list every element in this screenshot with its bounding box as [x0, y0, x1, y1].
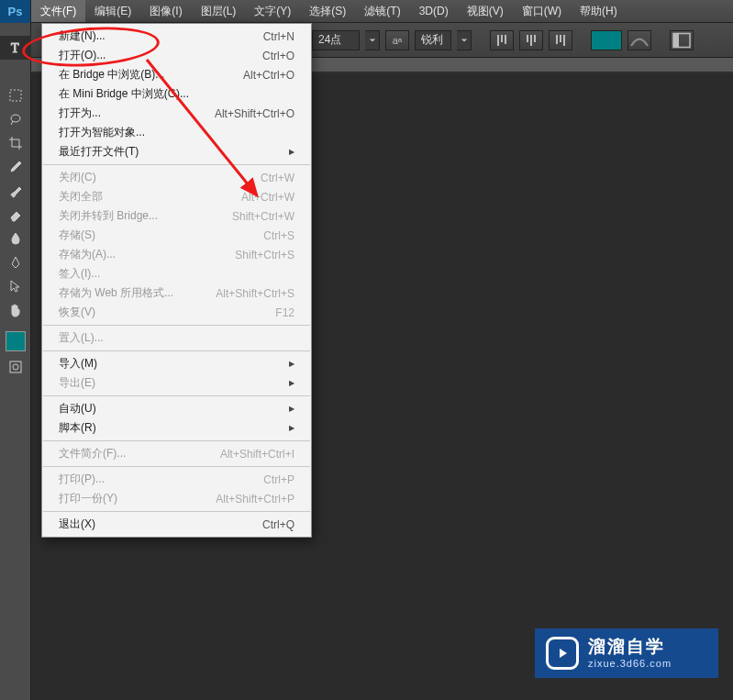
svg-text:T: T [11, 41, 19, 55]
menu-layer[interactable]: 图层(L) [192, 0, 246, 22]
font-size-dropdown[interactable] [365, 30, 380, 50]
align-center-button[interactable] [519, 30, 543, 50]
menu-item-label: 文件简介(F)... [59, 446, 220, 461]
svg-rect-1 [673, 33, 679, 47]
antialias-dropdown[interactable] [457, 30, 472, 50]
menu-item-label: 存储(S) [59, 228, 263, 243]
text-color-swatch[interactable] [591, 30, 622, 50]
path-select-tool[interactable] [0, 274, 31, 298]
menu-item-shortcut: Alt+Shift+Ctrl+O [215, 107, 294, 120]
menu-item-label: 打开为智能对象... [59, 125, 294, 140]
menu-item-label: 置入(L)... [59, 330, 294, 346]
menu-item[interactable]: 自动(U) [42, 399, 311, 418]
menu-select[interactable]: 选择(S) [300, 0, 355, 22]
antialias-field[interactable]: 锐利 [415, 30, 451, 50]
menu-item: 文件简介(F)...Alt+Shift+Ctrl+I [42, 444, 311, 463]
fg-color-swatch[interactable] [0, 328, 31, 355]
pen-tool[interactable] [0, 250, 31, 274]
menu-item-label: 打印一份(Y) [59, 491, 216, 506]
menu-item-label: 关闭(C) [59, 170, 261, 185]
menu-image[interactable]: 图像(I) [140, 0, 191, 22]
menu-item-shortcut: Alt+Shift+Ctrl+I [220, 448, 294, 461]
menu-separator [43, 350, 310, 351]
menu-file[interactable]: 文件(F) [31, 0, 85, 22]
menu-item: 关闭全部Alt+Ctrl+W [42, 187, 311, 206]
menu-window[interactable]: 窗口(W) [513, 0, 571, 22]
menu-item-shortcut: Alt+Shift+Ctrl+S [216, 287, 294, 300]
type-tool[interactable]: T [0, 36, 31, 60]
menu-item[interactable]: 打开为智能对象... [42, 123, 311, 142]
menu-item[interactable]: 打开(O)...Ctrl+O [42, 46, 311, 65]
svg-point-4 [11, 115, 20, 122]
warp-text-button[interactable] [627, 30, 651, 50]
menu-item: 置入(L)... [42, 328, 311, 348]
file-menu-dropdown: 新建(N)...Ctrl+N打开(O)...Ctrl+O在 Bridge 中浏览… [41, 23, 312, 538]
menu-item-shortcut: Ctrl+Q [262, 518, 294, 531]
menu-item-label: 导出(E) [59, 375, 289, 391]
blur-tool[interactable] [0, 227, 31, 250]
eraser-tool[interactable] [0, 203, 31, 227]
menu-item[interactable]: 导入(M) [42, 354, 311, 373]
menu-item-label: 存储为 Web 所用格式... [59, 285, 216, 301]
menu-item-shortcut: Alt+Ctrl+W [241, 191, 294, 204]
menubar: Ps 文件(F) 编辑(E) 图像(I) 图层(L) 文字(Y) 选择(S) 滤… [0, 0, 733, 23]
menu-item-shortcut: Ctrl+N [263, 30, 294, 43]
menu-item-shortcut: Shift+Ctrl+W [232, 210, 294, 223]
menu-separator [43, 466, 310, 467]
menu-item[interactable]: 脚本(R) [42, 418, 311, 438]
menu-item-label: 打开(O)... [59, 48, 262, 63]
panel-toggle-button[interactable] [670, 30, 694, 50]
menu-item-label: 打开为... [59, 106, 215, 121]
menu-text[interactable]: 文字(Y) [245, 0, 300, 22]
menu-item-shortcut: Alt+Ctrl+O [243, 69, 294, 82]
menu-separator [43, 440, 310, 441]
menu-item: 签入(I)... [42, 264, 311, 283]
menu-item[interactable]: 打开为...Alt+Shift+Ctrl+O [42, 104, 311, 123]
crop-tool[interactable] [0, 131, 31, 155]
marquee-tool[interactable] [0, 83, 31, 107]
menu-item: 关闭(C)Ctrl+W [42, 168, 311, 187]
menu-item[interactable]: 退出(X)Ctrl+Q [42, 515, 311, 534]
aa-toggle[interactable]: aa [385, 30, 409, 50]
menu-separator [43, 395, 310, 396]
menu-item: 导出(E) [42, 373, 311, 393]
menu-item-shortcut: Ctrl+W [261, 172, 294, 184]
menu-item[interactable]: 在 Mini Bridge 中浏览(G)... [42, 84, 311, 104]
menu-item-label: 脚本(R) [59, 420, 289, 436]
menu-item[interactable]: 最近打开文件(T) [42, 142, 311, 161]
svg-rect-3 [10, 90, 21, 101]
hand-tool[interactable] [0, 298, 31, 322]
menu-help[interactable]: 帮助(H) [571, 0, 627, 22]
menu-item: 存储为(A)...Shift+Ctrl+S [42, 245, 311, 264]
menu-separator [43, 164, 310, 165]
menu-separator [43, 325, 310, 326]
watermark-title: 溜溜自学 [588, 637, 672, 658]
menu-item-shortcut: Ctrl+P [263, 473, 294, 486]
align-right-button[interactable] [549, 30, 572, 50]
eyedropper-tool[interactable] [0, 155, 31, 179]
svg-point-6 [13, 364, 18, 370]
menu-item: 存储(S)Ctrl+S [42, 226, 311, 245]
menu-item[interactable]: 新建(N)...Ctrl+N [42, 27, 311, 46]
menu-item-shortcut: Alt+Shift+Ctrl+P [216, 493, 294, 506]
menu-item-label: 关闭全部 [59, 189, 241, 205]
menu-3d[interactable]: 3D(D) [410, 0, 458, 22]
menu-item: 关闭并转到 Bridge...Shift+Ctrl+W [42, 206, 311, 226]
menu-edit[interactable]: 编辑(E) [85, 0, 140, 22]
font-size-field[interactable]: 24点 [312, 30, 360, 50]
menu-item-label: 恢复(V) [59, 305, 275, 320]
menu-item: 打印(P)...Ctrl+P [42, 470, 311, 489]
lasso-tool[interactable] [0, 107, 31, 131]
watermark: 溜溜自学 zixue.3d66.com [535, 628, 718, 678]
align-left-button[interactable] [490, 30, 514, 50]
menu-item[interactable]: 在 Bridge 中浏览(B)...Alt+Ctrl+O [42, 65, 311, 84]
menu-filter[interactable]: 滤镜(T) [355, 0, 409, 22]
quickmask-toggle[interactable] [0, 355, 31, 379]
menu-item-label: 在 Mini Bridge 中浏览(G)... [59, 86, 294, 102]
menu-item-shortcut: Ctrl+S [263, 229, 294, 242]
menu-item-label: 退出(X) [59, 517, 262, 532]
menu-item-shortcut: F12 [275, 306, 294, 319]
app-logo: Ps [0, 0, 31, 23]
brush-tool[interactable] [0, 179, 31, 203]
menu-view[interactable]: 视图(V) [458, 0, 513, 22]
